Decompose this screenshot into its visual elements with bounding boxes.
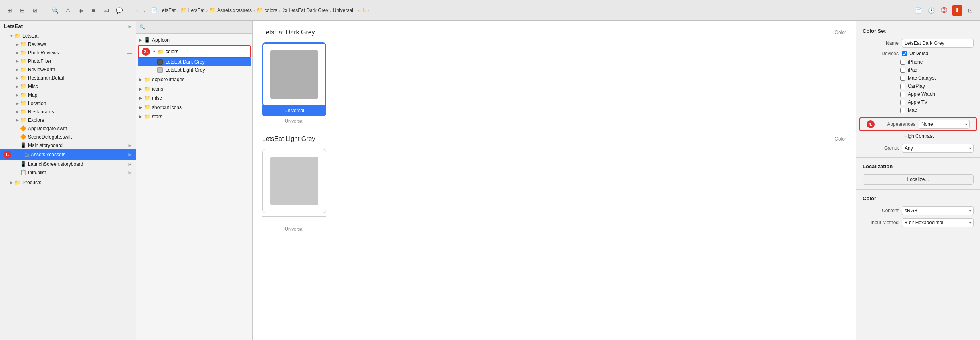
- label-apple-watch: Apple Watch: [908, 91, 935, 97]
- universal-checkbox-row: Universal: [902, 51, 929, 56]
- sidebar-item-reviewform[interactable]: ▶ 📁 ReviewForm: [0, 65, 136, 74]
- sidebar-item-restaurants[interactable]: ▶ 📁 Restaurants: [0, 107, 136, 116]
- breadcrumb-label-assets: Assets.xcassets: [217, 8, 252, 13]
- high-contrast-item: High Contrast: [856, 132, 980, 141]
- breadcrumb-item-assets[interactable]: 📁 Assets.xcassets: [209, 7, 252, 13]
- hierarchy-icon[interactable]: ⊠: [30, 6, 40, 15]
- assets-group-stars[interactable]: ▶ 📁 stars: [136, 112, 252, 121]
- checkbox-carplay[interactable]: [900, 84, 905, 89]
- assets-item-dark-grey[interactable]: LetsEat Dark Grey: [138, 58, 251, 66]
- assets-group-colors[interactable]: 2. ▼ 📁 colors: [138, 45, 251, 58]
- gamut-select[interactable]: Any sRGB P3: [902, 144, 974, 153]
- assets-icon: 🗂: [24, 152, 29, 158]
- colors-group-wrapper: 2. ▼ 📁 colors LetsEat Dark Grey LetsEat …: [138, 45, 251, 74]
- input-method-select[interactable]: 8-bit Hexadecimal 8-bit (0-255) Floating…: [902, 218, 974, 227]
- nav-forward[interactable]: ›: [141, 6, 148, 15]
- checkbox-ipad[interactable]: [900, 68, 905, 73]
- appearances-select[interactable]: None Any, Dark Any, Light, Dark: [919, 120, 970, 129]
- breadcrumb-item-colors[interactable]: 📁 colors: [257, 7, 277, 13]
- color-box-outer-dark-grey[interactable]: [262, 42, 326, 107]
- assets-group-explore-images[interactable]: ▶ 📁 explore images: [136, 75, 252, 84]
- breadcrumb-item-letseat[interactable]: 📁 LetsEat: [180, 7, 205, 13]
- sidebar-item-explore[interactable]: ▶ 📁 Explore —: [0, 116, 136, 124]
- folder-icon-explore: 📁: [144, 76, 150, 82]
- assets-group-appicon[interactable]: ▶ 📱 AppIcon: [136, 35, 252, 44]
- assets-group-icons[interactable]: ▶ 📁 icons: [136, 84, 252, 93]
- arrow-stars: ▶: [139, 115, 142, 119]
- checkbox-row-mac-catalyst: Mac Catalyst: [856, 74, 980, 82]
- comment-icon[interactable]: 💬: [114, 6, 124, 15]
- sidebar-item-infoplist[interactable]: ▶ 📋 Info.plist M: [0, 168, 136, 177]
- sidebar-item-location[interactable]: ▶ 📁 Location: [0, 99, 136, 107]
- add-button[interactable]: ⬇: [952, 5, 962, 16]
- sidebar-item-appdelegate[interactable]: ▶ 🔶 AppDelegate.swift: [0, 124, 136, 133]
- tag-icon[interactable]: 🏷: [101, 6, 111, 15]
- sidebar-item-photofilter[interactable]: ▶ 📁 PhotoFilter: [0, 57, 136, 65]
- sidebar-item-letseat-root[interactable]: ▼ 📁 LetsEat: [0, 32, 136, 40]
- divider-1: [45, 5, 45, 16]
- list-icon[interactable]: ≡: [89, 6, 98, 15]
- breadcrumb-item-letseat-file[interactable]: 📄 LetsEat: [151, 7, 176, 13]
- assets-group-label: AppIcon: [152, 37, 170, 43]
- assets-panel: 🔍 ▶ 📱 AppIcon 2. ▼ 📁 colors: [136, 21, 253, 340]
- breadcrumb-item-dark-grey[interactable]: 🗂 LetsEat Dark Grey: [282, 7, 328, 13]
- step1-badge: 1.: [3, 151, 11, 159]
- sidebar-item-mainstoryboard[interactable]: ▶ 📱 Main.storyboard M: [0, 141, 136, 149]
- sidebar-item-photoreviews[interactable]: ▶ 📁 PhotoReviews —: [0, 48, 136, 57]
- assets-item-label: LetsEat Dark Grey: [165, 59, 205, 65]
- checkbox-mac[interactable]: [900, 108, 905, 113]
- colors-items: LetsEat Dark Grey LetsEat Light Grey: [138, 58, 251, 74]
- sidebar-item-reviews[interactable]: ▶ 📁 Reviews —: [0, 40, 136, 48]
- arrow-photofilter: ▶: [14, 59, 20, 63]
- project-icon[interactable]: ⊟: [18, 6, 27, 15]
- arrow-reviewform: ▶: [14, 68, 20, 72]
- divider-2: [129, 5, 129, 16]
- arrow-location: ▶: [14, 101, 20, 105]
- sidebar-item-scenedelegate[interactable]: ▶ 🔶 SceneDelegate.swift: [0, 133, 136, 141]
- checkbox-iphone[interactable]: [900, 60, 905, 65]
- assets-item-light-grey[interactable]: LetsEat Light Grey: [138, 66, 251, 74]
- assets-group-misc[interactable]: ▶ 📁 misc: [136, 93, 252, 103]
- color-section-title-dark-grey: LetsEat Dark Grey: [262, 29, 315, 36]
- add-icon: ⬇: [955, 7, 960, 14]
- checkbox-universal[interactable]: [902, 51, 907, 56]
- folder-icon: 📁: [20, 58, 26, 64]
- inspector-input-name[interactable]: [902, 39, 974, 48]
- sidebar-item-restaurantdetail[interactable]: ▶ 📁 RestaurantDetail: [0, 74, 136, 82]
- account-icon[interactable]: ⓷: [939, 6, 949, 15]
- arrow-misc: ▶: [14, 84, 20, 89]
- appearances-section: 4. Appearances None Any, Dark Any, Light…: [856, 117, 980, 141]
- sidebar-item-misc[interactable]: ▶ 📁 Misc: [0, 82, 136, 91]
- warning-icon[interactable]: ⚠: [63, 6, 73, 15]
- color-boxes-light-grey: Universal: [262, 149, 846, 231]
- gamut-select-wrapper: Any sRGB P3: [902, 144, 974, 153]
- nav-back[interactable]: ‹: [134, 6, 141, 15]
- assets-group-shortcut-icons[interactable]: ▶ 📁 shortcut icons: [136, 103, 252, 112]
- sidebar-item-launchscreen[interactable]: ▶ 📱 LaunchScreen.storyboard M: [0, 160, 136, 168]
- breadcrumb: 📄 LetsEat › 📁 LetsEat › 📁 Assets.xcasset…: [151, 7, 910, 13]
- inspector-row-gamut: Gamut Any sRGB P3: [856, 142, 980, 154]
- sidebar-item-map[interactable]: ▶ 📁 Map: [0, 91, 136, 99]
- nav-arrows[interactable]: ‹ ›: [134, 6, 148, 15]
- breadcrumb-sep-2: ›: [206, 8, 208, 13]
- checkbox-apple-watch[interactable]: [900, 92, 905, 97]
- new-file-icon[interactable]: 📄: [913, 6, 923, 15]
- sidebar-item-products[interactable]: ▶ 📁 Products: [0, 178, 136, 187]
- checkbox-row-mac: Mac: [856, 106, 980, 114]
- history-icon[interactable]: 🕐: [926, 6, 936, 15]
- localize-button[interactable]: Localize...: [863, 174, 974, 185]
- grid-icon[interactable]: ⊞: [5, 6, 14, 15]
- arrow-explore-images: ▶: [139, 78, 142, 82]
- checkbox-mac-catalyst[interactable]: [900, 76, 905, 81]
- diff-icon[interactable]: ◈: [76, 6, 85, 15]
- color-box-outer-light-grey[interactable]: [262, 149, 326, 213]
- breadcrumb-item-universal[interactable]: Universal: [333, 8, 353, 13]
- file-icon: 📄: [151, 7, 158, 13]
- breadcrumb-sep-3: ›: [253, 8, 255, 13]
- search-icon[interactable]: 🔍: [50, 6, 60, 15]
- breadcrumb-label-colors: colors: [265, 8, 277, 13]
- split-view-icon[interactable]: ⊡: [966, 6, 975, 15]
- sidebar-item-assets[interactable]: 1. ▶ 🗂 Assets.xcassets M: [0, 149, 136, 160]
- checkbox-apple-tv[interactable]: [900, 100, 905, 105]
- content-select[interactable]: sRGB Display P3 Generic RGB: [902, 206, 974, 215]
